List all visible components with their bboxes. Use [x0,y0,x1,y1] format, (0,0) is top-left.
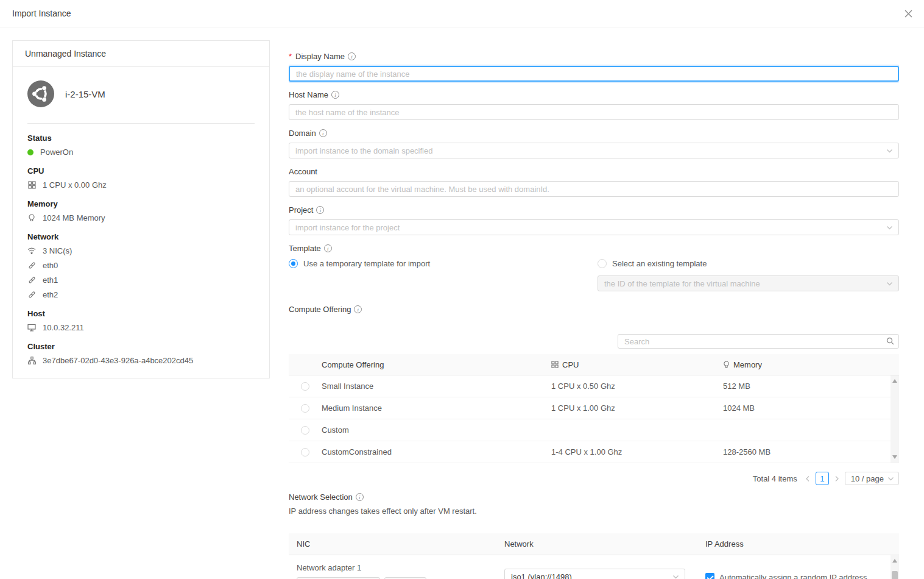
network-cell: iso1 (vlan://1498) [496,555,697,579]
memory-bulb-icon [27,214,36,222]
search-row [289,334,899,349]
radio-temporary-label: Use a temporary template for import [303,259,430,268]
compute-offering-table-body: Small Instance 1 CPU x 0.50 Ghz 512 MB M… [289,375,899,463]
card-title: Unmanaged Instance [13,41,269,67]
col-memory: Memory [723,360,899,369]
offering-memory: 512 MB [723,382,899,391]
link-icon [27,276,36,284]
display-name-label-row: * Display Name [289,52,899,61]
ip-address-cell: Automatically assign a random IP address [697,555,899,579]
scrollbar-thumb[interactable] [892,571,898,579]
vm-name: i-2-15-VM [65,89,105,99]
table-row[interactable]: Medium Instance 1 CPU x 1.00 Ghz 1024 MB [289,397,899,419]
row-radio[interactable] [301,382,309,391]
cluster-text: 3e7dbe67-02d0-43e3-926a-a4bce202cd45 [43,356,193,365]
template-option-temporary: Use a temporary template for import [289,258,598,291]
page-size-select[interactable]: 10 / page [845,472,899,485]
scroll-up-icon[interactable] [892,559,897,563]
nic-network-value: iso1 (vlan://1498) [511,572,572,579]
compute-offering-table-header: Compute Offering CPU Memory [289,354,899,375]
network-eth2: eth2 [27,290,255,299]
info-icon [356,493,364,501]
nic-table-scrollbar[interactable] [890,555,899,579]
required-asterisk: * [289,52,292,61]
radio-existing-template[interactable] [598,259,607,268]
info-icon [316,206,324,214]
domain-label-row: Domain [289,129,899,138]
scroll-up-icon[interactable] [892,379,897,383]
display-name-input[interactable] [289,66,899,82]
col-compute-offering: Compute Offering [322,360,551,369]
cpu-grid-icon [27,181,36,189]
template-option-existing: Select an existing template the ID of th… [598,258,899,291]
nic-network-select[interactable]: iso1 (vlan://1498) [504,569,685,579]
import-form: * Display Name Host Name Domain import i… [289,40,899,579]
prev-page-icon[interactable] [805,475,811,482]
link-icon [27,291,36,299]
card-body: i-2-15-VM Status PowerOn CPU 1 CPU x 0.0… [13,67,269,384]
account-input[interactable] [289,181,899,197]
cpu-text: 1 CPU x 0.00 Ghz [43,180,107,190]
host-value: 10.0.32.211 [27,323,255,332]
network-selection-label-row: Network Selection [289,492,899,502]
host-text: 10.0.32.211 [43,323,84,332]
nic-cell: Network adapter 1 mac: 02:00:24:a9:00:07… [289,555,496,579]
cpu-value: 1 CPU x 0.00 Ghz [27,180,255,190]
col-cpu-label: CPU [562,360,579,369]
account-label-row: Account [289,167,899,176]
eth2-text: eth2 [43,290,58,299]
template-label-row: Template [289,244,899,253]
offering-cpu: 1 CPU x 1.00 Ghz [551,403,723,413]
offering-cpu: 1 CPU x 0.50 Ghz [551,382,723,391]
scroll-down-icon[interactable] [892,455,897,459]
import-instance-modal: Import Instance Unmanaged Instance [0,0,924,579]
col-network: Network [496,539,697,549]
nic-table-row: Network adapter 1 mac: 02:00:24:a9:00:07… [289,555,899,579]
auto-assign-ip-label: Automatically assign a random IP address [719,573,867,579]
table-row[interactable]: CustomConstrained 1-4 CPU x 1.00 Ghz 128… [289,441,899,463]
info-icon [319,129,327,137]
chevron-down-icon [886,224,893,231]
project-select[interactable]: import instance for the project [289,219,899,235]
page-title: Import Instance [12,9,71,18]
memory-bulb-icon [723,361,730,369]
template-options: Use a temporary template for import Sele… [289,258,899,291]
project-label-row: Project [289,205,899,215]
host-name-input[interactable] [289,104,899,120]
row-radio[interactable] [301,426,309,435]
domain-select[interactable]: import instance to the domain specified [289,143,899,158]
search-icon[interactable] [886,337,894,345]
page-number-button[interactable]: 1 [816,472,829,485]
domain-placeholder: import instance to the domain specified [295,146,432,155]
row-radio[interactable] [301,404,309,413]
row-radio[interactable] [301,448,309,456]
host-label: Host [27,309,255,318]
auto-assign-ip-checkbox[interactable] [705,573,714,579]
table-row[interactable]: Custom [289,419,899,441]
table-row[interactable]: Small Instance 1 CPU x 0.50 Ghz 512 MB [289,375,899,397]
radio-temporary-template[interactable] [289,259,298,268]
host-name-label: Host Name [289,90,328,99]
status-value: PowerOn [27,147,255,157]
compute-offering-label: Compute Offering [289,305,351,314]
network-selection-note: IP address changes takes effect only aft… [289,506,899,516]
offering-name: Medium Instance [322,403,551,413]
search-input[interactable] [618,334,899,349]
offering-name: Small Instance [322,382,551,391]
cpu-label: CPU [27,166,255,176]
project-placeholder: import instance for the project [295,223,400,232]
network-eth0: eth0 [27,261,255,270]
col-cpu: CPU [551,360,723,369]
host-name-label-row: Host Name [289,90,899,99]
offering-memory: 1024 MB [723,403,899,413]
existing-template-placeholder: the ID of the template for the virtual m… [604,279,760,288]
next-page-icon[interactable] [834,475,840,482]
cluster-label: Cluster [27,342,255,351]
unmanaged-instance-card: Unmanaged Instance i-2-15-VM [12,40,270,378]
network-label: Network [27,232,255,241]
memory-label: Memory [27,199,255,208]
table-scrollbar[interactable] [890,375,899,463]
close-icon[interactable] [902,7,914,20]
cluster-icon [27,357,36,364]
existing-template-select: the ID of the template for the virtual m… [598,275,899,291]
